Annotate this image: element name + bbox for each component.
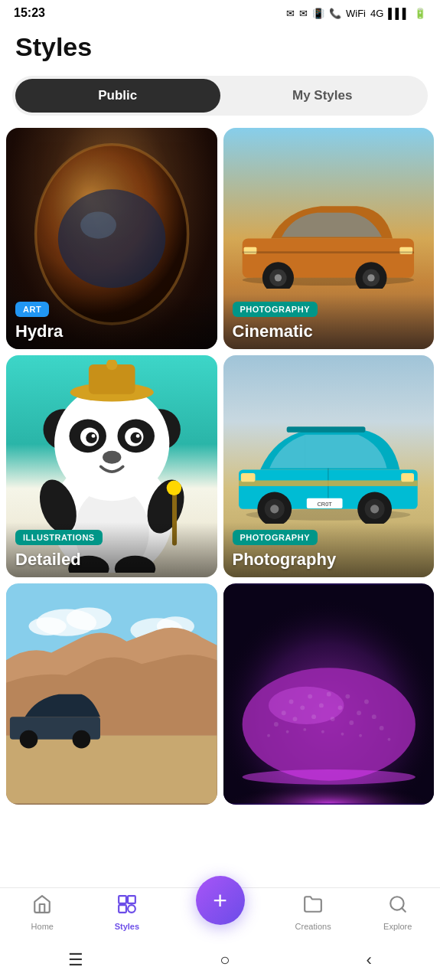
svg-point-73: [281, 710, 285, 715]
svg-point-70: [326, 691, 331, 696]
svg-point-11: [275, 274, 282, 281]
plus-icon: +: [213, 888, 227, 913]
creations-icon: [303, 894, 323, 919]
style-card-hydra[interactable]: ART Hydra: [6, 128, 217, 349]
svg-point-57: [29, 617, 67, 635]
status-icons: ✉ ✉ 📳 📞 WiFi 4G ▌▌▌ 🔋: [286, 8, 426, 19]
nav-explore[interactable]: Explore: [355, 894, 440, 931]
creations-label: Creations: [295, 922, 331, 931]
call-icon: 📞: [329, 8, 341, 19]
hydra-card-labels: ART Hydra: [6, 294, 217, 349]
cinematic-name: Cinematic: [233, 322, 313, 341]
status-time: 15:23: [14, 6, 45, 20]
wifi-icon: WiFi: [346, 8, 366, 19]
svg-rect-41: [287, 426, 366, 432]
cinematic-card-labels: PHOTOGRAPHY Cinematic: [223, 294, 435, 349]
nav-home[interactable]: Home: [0, 894, 85, 931]
svg-point-75: [318, 703, 323, 707]
hydra-name: Hydra: [15, 322, 63, 341]
svg-point-81: [311, 714, 316, 719]
home-icon: [32, 894, 52, 919]
svg-point-84: [379, 725, 383, 730]
svg-rect-60: [6, 735, 217, 803]
svg-point-82: [330, 717, 334, 721]
network-label: 4G: [370, 8, 383, 19]
svg-point-53: [370, 505, 379, 513]
style-card-detailed[interactable]: ILLUSTRATIONS Detailed: [6, 355, 217, 577]
svg-rect-96: [119, 905, 126, 913]
svg-point-76: [337, 705, 342, 710]
svg-point-72: [363, 699, 368, 704]
home-label: Home: [31, 922, 54, 931]
style-card-photography[interactable]: CR0T PHOTOGRAPHY Photography: [223, 355, 435, 577]
svg-point-26: [130, 432, 142, 443]
photography-badge: PHOTOGRAPHY: [233, 530, 318, 545]
svg-point-87: [303, 727, 306, 730]
svg-point-36: [166, 480, 181, 495]
detailed-name: Detailed: [15, 550, 81, 569]
svg-rect-45: [402, 473, 415, 482]
styles-label: Styles: [115, 922, 139, 931]
my-styles-tab[interactable]: My Styles: [220, 79, 425, 113]
styles-icon: [117, 894, 137, 919]
cinematic-car-svg: [228, 188, 429, 289]
nav-creations[interactable]: Creations: [271, 894, 356, 931]
email-icon: ✉: [286, 8, 295, 19]
sixth-scene-svg: [223, 583, 435, 805]
svg-text:CR0T: CR0T: [318, 501, 333, 508]
hydra-badge: ART: [15, 302, 49, 317]
android-back-btn[interactable]: ‹: [367, 950, 372, 970]
svg-point-89: [341, 732, 344, 735]
public-tab[interactable]: Public: [15, 79, 220, 113]
email-icon-2: ✉: [299, 8, 308, 19]
svg-rect-93: [223, 766, 435, 803]
explore-icon: [388, 894, 408, 919]
page-header: Styles: [0, 23, 440, 70]
svg-rect-15: [243, 251, 414, 253]
create-fab[interactable]: +: [196, 876, 245, 925]
nav-styles[interactable]: Styles: [85, 894, 170, 931]
detailed-card-labels: ILLUSTRATIONS Detailed: [6, 522, 217, 577]
signal-icon: ▌▌▌: [388, 8, 409, 19]
svg-point-2: [57, 189, 165, 288]
android-nav-bar: ☰ ○ ‹: [0, 940, 440, 980]
svg-point-63: [73, 730, 91, 748]
svg-point-62: [20, 730, 38, 748]
svg-point-83: [349, 720, 354, 725]
svg-point-90: [359, 733, 362, 737]
photography-car-svg: CR0T: [228, 409, 429, 524]
svg-point-68: [288, 699, 293, 704]
svg-point-79: [273, 722, 278, 727]
cinematic-badge: PHOTOGRAPHY: [233, 302, 318, 317]
svg-point-80: [292, 717, 297, 721]
page-title: Styles: [15, 32, 425, 62]
style-card-cinematic[interactable]: PHOTOGRAPHY Cinematic: [223, 128, 435, 349]
svg-point-27: [91, 433, 95, 437]
svg-rect-43: [239, 481, 418, 486]
svg-point-25: [86, 432, 97, 443]
android-home-btn[interactable]: ○: [220, 950, 230, 970]
fifth-scene-svg: [6, 583, 217, 805]
style-card-sixth[interactable]: [223, 583, 435, 805]
svg-point-29: [103, 450, 121, 463]
status-bar: 15:23 ✉ ✉ 📳 📞 WiFi 4G ▌▌▌ 🔋: [0, 0, 440, 23]
photography-card-labels: PHOTOGRAPHY Photography: [223, 522, 435, 577]
svg-point-56: [67, 607, 112, 630]
svg-point-88: [321, 730, 324, 733]
style-toggle: Public My Styles: [12, 76, 428, 116]
svg-point-71: [345, 694, 350, 698]
svg-point-74: [300, 705, 305, 710]
svg-point-14: [368, 274, 375, 281]
vibrate-icon: 📳: [312, 8, 324, 19]
svg-point-78: [371, 714, 376, 719]
style-card-fifth[interactable]: [6, 583, 217, 805]
svg-rect-94: [119, 896, 126, 903]
svg-point-86: [285, 730, 288, 733]
svg-rect-95: [128, 896, 135, 903]
photography-name: Photography: [233, 550, 337, 569]
styles-grid: ART Hydra: [0, 128, 440, 805]
svg-point-50: [271, 505, 279, 513]
android-menu-btn[interactable]: ☰: [68, 950, 83, 970]
svg-point-3: [80, 212, 116, 239]
svg-point-69: [308, 694, 312, 698]
